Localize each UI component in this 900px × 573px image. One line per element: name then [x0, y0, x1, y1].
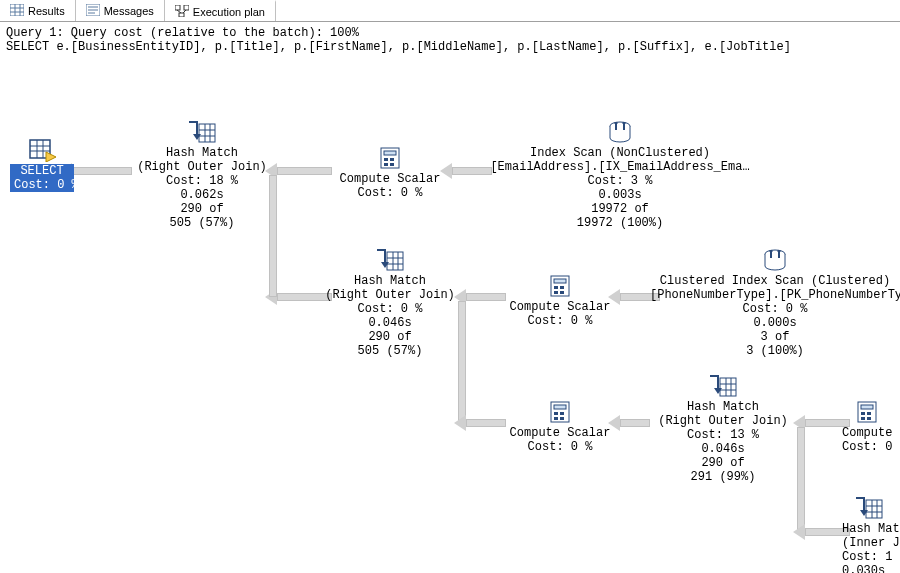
node-cost: Cost: 1 [842, 550, 900, 564]
tab-label: Execution plan [193, 1, 265, 23]
svg-rect-44 [554, 279, 566, 283]
svg-rect-9 [175, 5, 180, 10]
node-hash-match-2[interactable]: Hash Match (Right Outer Join) Cost: 0 % … [320, 248, 460, 358]
tab-results[interactable]: Results [0, 0, 76, 21]
node-rows1: 290 of [132, 202, 272, 216]
svg-rect-56 [554, 412, 558, 415]
hash-match-icon [375, 248, 405, 272]
tab-label: Results [28, 0, 65, 22]
connector [452, 167, 492, 175]
node-select[interactable]: SELECT Cost: 0 % [10, 138, 74, 192]
svg-rect-46 [560, 286, 564, 289]
svg-rect-67 [861, 405, 873, 409]
svg-rect-55 [554, 405, 566, 409]
hash-match-icon [187, 120, 217, 144]
svg-rect-29 [390, 158, 394, 161]
node-subtitle: (Right Outer Join) [648, 414, 798, 428]
svg-rect-20 [199, 124, 215, 142]
node-title: Clustered Index Scan (Clustered) [650, 274, 900, 288]
node-duration: 0.046s [648, 442, 798, 456]
svg-rect-47 [554, 291, 558, 294]
node-index-scan-email[interactable]: Index Scan (NonClustered) [EmailAddress]… [490, 120, 750, 230]
node-rows1: 290 of [648, 456, 798, 470]
node-title: Compute Sca [842, 426, 900, 440]
node-hash-match-3[interactable]: Hash Match (Right Outer Join) Cost: 13 %… [648, 374, 798, 484]
node-cost: Cost: 0 % [330, 186, 450, 200]
arrow [793, 524, 805, 540]
node-cost: Cost: 0 % [500, 314, 620, 328]
svg-rect-28 [384, 158, 388, 161]
svg-rect-72 [866, 500, 882, 518]
connector [72, 167, 132, 175]
node-duration: 0.000s [650, 316, 900, 330]
node-hash-match-1[interactable]: Hash Match (Right Outer Join) Cost: 18 %… [132, 120, 272, 230]
tab-bar: Results Messages Execution plan [0, 0, 900, 22]
grid-icon [10, 4, 24, 16]
node-hash-match-4[interactable]: Hash Matc (Inner Jo: Cost: 1 0.030s 290 … [842, 496, 900, 573]
tab-execution-plan[interactable]: Execution plan [165, 0, 276, 21]
tab-label: Messages [104, 0, 154, 22]
svg-rect-59 [560, 417, 564, 420]
svg-rect-60 [720, 378, 736, 396]
node-title: Compute Scalar [330, 172, 450, 186]
node-title: Compute Scalar [500, 426, 620, 440]
index-scan-icon [761, 248, 789, 272]
svg-rect-48 [560, 291, 564, 294]
select-icon [28, 138, 56, 162]
node-duration: 0.003s [490, 188, 750, 202]
node-cost: Cost: 0 % [650, 302, 900, 316]
node-rows1: 3 of [650, 330, 900, 344]
plan-icon [175, 5, 189, 17]
node-title: Index Scan (NonClustered) [490, 146, 750, 160]
index-scan-icon [606, 120, 634, 144]
messages-icon [86, 4, 100, 16]
svg-rect-58 [554, 417, 558, 420]
svg-rect-57 [560, 412, 564, 415]
node-duration: 0.030s [842, 564, 900, 573]
node-subtitle: (Right Outer Join) [132, 160, 272, 174]
compute-scalar-icon [854, 400, 880, 424]
svg-rect-37 [387, 252, 403, 270]
node-rows2: 505 (57%) [320, 344, 460, 358]
node-rows2: 291 (99%) [648, 470, 798, 484]
node-rows1: 19972 of [490, 202, 750, 216]
node-cost: Cost: 0 % [320, 302, 460, 316]
hash-match-icon [708, 374, 738, 398]
node-duration: 0.062s [132, 188, 272, 202]
node-object: [PhoneNumberType].[PK_PhoneNumberTy… [650, 288, 900, 302]
svg-rect-27 [384, 151, 396, 155]
compute-scalar-icon [547, 274, 573, 298]
node-rows2: 505 (57%) [132, 216, 272, 230]
svg-rect-70 [861, 417, 865, 420]
query-cost-line: Query 1: Query cost (relative to the bat… [6, 26, 894, 40]
node-compute-scalar-2[interactable]: Compute Scalar Cost: 0 % [500, 274, 620, 328]
node-cost: Cost: 3 % [490, 174, 750, 188]
svg-rect-69 [867, 412, 871, 415]
connector [620, 419, 650, 427]
node-rows2: 3 (100%) [650, 344, 900, 358]
node-cost: Cost: 13 % [648, 428, 798, 442]
svg-rect-71 [867, 417, 871, 420]
node-compute-scalar-3[interactable]: Compute Scalar Cost: 0 % [500, 400, 620, 454]
query-header: Query 1: Query cost (relative to the bat… [0, 22, 900, 56]
node-compute-scalar-1[interactable]: Compute Scalar Cost: 0 % [330, 146, 450, 200]
node-title: Hash Match [132, 146, 272, 160]
node-clustered-index-scan-phonetype[interactable]: Clustered Index Scan (Clustered) [PhoneN… [650, 248, 900, 358]
node-title: Hash Match [320, 274, 460, 288]
node-title: Hash Match [648, 400, 798, 414]
node-cost: Cost: 18 % [132, 174, 272, 188]
compute-scalar-icon [377, 146, 403, 170]
node-object: [EmailAddress].[IX_EmailAddress_Ema… [490, 160, 750, 174]
svg-rect-31 [390, 163, 394, 166]
node-cost: Cost: 0 % [500, 440, 620, 454]
node-subtitle: (Right Outer Join) [320, 288, 460, 302]
execution-plan-canvas[interactable]: SELECT Cost: 0 % Hash Match (Right Outer… [0, 56, 900, 573]
node-compute-scalar-4[interactable]: Compute Sca Cost: 0 [842, 400, 900, 454]
tab-messages[interactable]: Messages [76, 0, 165, 21]
node-cost: Cost: 0 % [10, 178, 74, 192]
svg-marker-19 [46, 152, 56, 162]
svg-rect-45 [554, 286, 558, 289]
hash-match-icon [854, 496, 884, 520]
node-subtitle: (Inner Jo: [842, 536, 900, 550]
svg-rect-11 [179, 13, 184, 17]
